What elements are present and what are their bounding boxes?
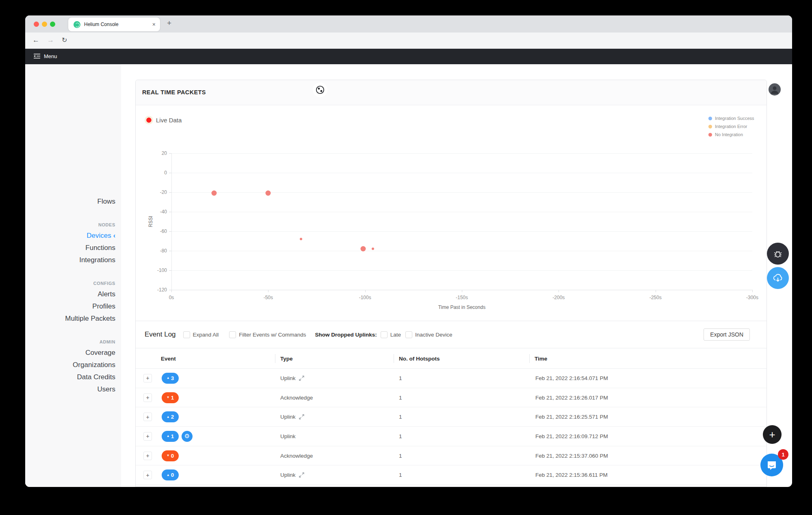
triangle-up-icon: ▲ [167,376,170,380]
download-button[interactable] [767,267,789,289]
x-tick-mark [559,290,559,292]
filter-commands-checkbox[interactable] [229,331,236,338]
sidebar-item-multiple-packets[interactable]: Multiple Packets [25,313,115,325]
time-cell: Feb 21, 2022 2:15:37.060 PM [529,453,767,459]
filter-commands-label: Filter Events w/ Commands [239,332,306,338]
expand-arrows-icon [299,414,305,420]
event-log-title: Event Log [145,330,176,339]
cloud-download-icon [772,272,784,284]
time-cell: Feb 21, 2022 2:16:25.571 PM [529,414,767,420]
column-header-time: Time [529,348,767,369]
type-cell: Uplink [275,472,394,478]
export-json-button[interactable]: Export JSON [704,328,750,341]
y-axis-line [171,153,172,290]
event-log-row[interactable]: +▲0Uplink1Feb 21, 2022 2:15:36.611 PM [136,465,767,485]
zoom-window-button[interactable] [50,22,55,27]
reload-button[interactable]: ↻ [62,36,67,44]
y-tick-label: -40 [160,209,167,215]
gridline [171,153,752,154]
x-tick-mark [752,290,753,292]
late-checkbox[interactable] [381,331,388,338]
sidebar-item-flows[interactable]: Flows [25,196,115,208]
time-cell: Feb 21, 2022 2:16:26.017 PM [529,395,767,401]
new-tab-button[interactable]: + [167,19,171,28]
event-log-row[interactable]: +▲1⚙Uplink1Feb 21, 2022 2:16:09.712 PM [136,427,767,446]
show-dropped-label: Show Dropped Uplinks: [315,332,377,338]
expand-row-button[interactable]: + [143,432,152,441]
sidebar-item-devices[interactable]: Devices‹ [25,230,115,242]
x-tick-mark [365,290,366,292]
event-log-row[interactable]: +▲3Uplink1Feb 21, 2022 2:16:54.071 PM [136,369,767,388]
forward-button[interactable]: → [47,36,54,44]
x-tick-label: 0s [169,295,174,300]
minimize-window-button[interactable] [42,22,47,27]
sidebar-section-label: NODES [25,220,115,230]
gridline [171,251,752,251]
event-table-body: +▲3Uplink1Feb 21, 2022 2:16:54.071 PM+▼1… [136,369,767,485]
event-cell: +▲2 [136,411,275,422]
y-tick-label: 0 [164,170,167,176]
expand-all-checkbox[interactable] [183,331,190,338]
hotspots-cell: 1 [394,453,529,459]
sidebar-item-profiles[interactable]: Profiles [25,300,115,313]
sidebar-item-users[interactable]: Users [25,383,115,395]
type-cell: Uplink [275,414,394,420]
expand-row-button[interactable]: + [143,452,152,460]
packet-count-badge: ▲3 [162,373,179,384]
report-bug-button[interactable] [767,243,789,265]
browser-toolbar: ← → ↻ https://console.helium.com/devices… [25,33,792,49]
event-log-row[interactable]: +▼1Acknowledge1Feb 21, 2022 2:16:26.017 … [136,388,767,408]
browser-window: Helium Console × + ← → ↻ https://console… [25,15,792,487]
integration-gear-badge[interactable]: ⚙ [182,431,193,442]
packet-count-badge: ▲0 [162,469,179,480]
column-header-type: Type [275,348,394,369]
data-point [211,191,217,196]
sidebar-nav: FlowsNODESDevices‹FunctionsIntegrationsC… [25,196,121,395]
sidebar-item-organizations[interactable]: Organizations [25,359,115,371]
expand-arrows-icon [299,472,305,478]
sidebar: FlowsNODESDevices‹FunctionsIntegrationsC… [25,64,121,487]
sidebar-item-functions[interactable]: Functions [25,242,115,254]
x-tick-mark [656,290,656,292]
y-tick-label: -20 [160,189,167,195]
menu-button[interactable]: Menu [33,52,57,60]
x-tick-label: -250s [650,295,662,300]
packet-count-badge: ▼0 [162,450,179,461]
y-tick-label: 20 [162,150,167,156]
sidebar-item-alerts[interactable]: Alerts [25,288,115,300]
expand-row-button[interactable]: + [143,471,152,479]
sidebar-item-integrations[interactable]: Integrations [25,254,115,266]
screenshot-root: Helium Console × + ← → ↻ https://console… [0,0,812,515]
expand-row-button[interactable]: + [143,374,152,382]
rssi-chart: 200-20-40-60-80-100-1200s-50s-100s-150s-… [136,80,767,321]
y-tick-label: -100 [157,267,167,273]
tab-helium-console[interactable]: Helium Console × [68,17,160,31]
close-window-button[interactable] [34,22,39,27]
event-log-row[interactable]: +▲2Uplink1Feb 21, 2022 2:16:25.571 PM [136,407,767,427]
helium-logo[interactable] [313,83,327,97]
y-axis-title: RSSI [148,216,154,227]
inactive-device-checkbox[interactable] [405,331,412,338]
event-log-row[interactable]: +▼0Acknowledge1Feb 21, 2022 2:15:37.060 … [136,446,767,466]
sidebar-item-coverage[interactable]: Coverage [25,347,115,359]
close-tab-icon[interactable]: × [152,21,156,28]
expand-row-button[interactable]: + [143,393,152,402]
packet-count-badge: ▲1 [162,431,179,442]
x-tick-mark [462,290,462,292]
late-label: Late [390,332,401,338]
expand-row-button[interactable]: + [143,413,152,421]
user-avatar[interactable] [769,83,781,96]
hotspots-cell: 1 [394,395,529,401]
packet-count-badge: ▲2 [162,411,179,422]
menu-fold-icon [33,52,41,60]
back-button[interactable]: ← [32,36,39,44]
time-cell: Feb 21, 2022 2:15:36.611 PM [529,472,767,478]
event-cell: +▼1 [136,392,275,403]
add-button[interactable]: + [763,425,782,444]
hotspots-cell: 1 [394,375,529,381]
triangle-up-icon: ▲ [167,474,170,477]
chat-bubble-icon [766,459,777,471]
sidebar-item-data-credits[interactable]: Data Credits [25,371,115,383]
chat-notification-badge: 1 [778,449,788,460]
hotspots-cell: 1 [394,472,529,478]
